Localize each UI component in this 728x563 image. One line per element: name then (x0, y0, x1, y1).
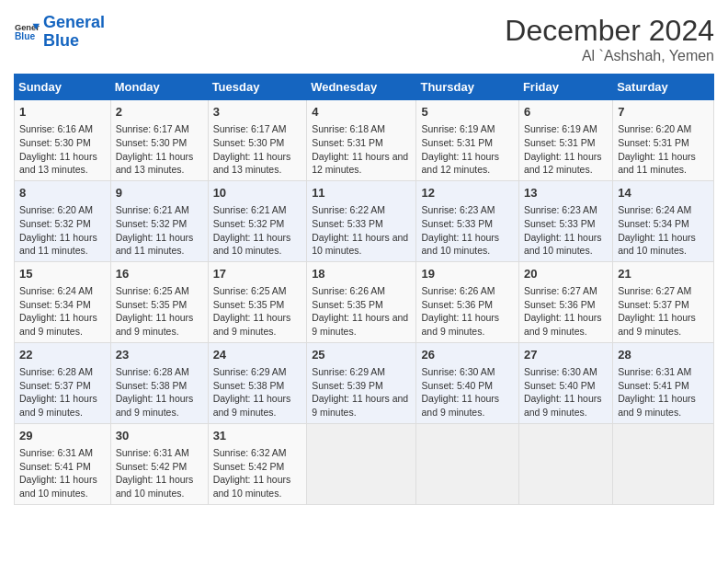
calendar-table: SundayMondayTuesdayWednesdayThursdayFrid… (14, 74, 714, 505)
daylight-text: Daylight: 11 hours and 10 minutes. (421, 232, 499, 257)
daylight-text: Daylight: 11 hours and 12 minutes. (312, 151, 408, 176)
sunset-text: Sunset: 5:32 PM (19, 218, 91, 229)
calendar-cell: 21Sunrise: 6:27 AMSunset: 5:37 PMDayligh… (613, 261, 714, 342)
sunset-text: Sunset: 5:30 PM (19, 137, 91, 148)
page-title: December 2024 (505, 14, 714, 48)
calendar-cell: 30Sunrise: 6:31 AMSunset: 5:42 PMDayligh… (110, 423, 208, 504)
sunset-text: Sunset: 5:40 PM (524, 380, 596, 391)
header-friday: Friday (518, 75, 612, 100)
day-number: 3 (213, 104, 302, 121)
daylight-text: Daylight: 11 hours and 10 minutes. (213, 474, 291, 499)
sunset-text: Sunset: 5:33 PM (524, 218, 596, 229)
week-row-1: 1Sunrise: 6:16 AMSunset: 5:30 PMDaylight… (15, 100, 714, 181)
day-number: 27 (524, 347, 608, 363)
calendar-cell: 20Sunrise: 6:27 AMSunset: 5:36 PMDayligh… (518, 261, 612, 342)
sunset-text: Sunset: 5:32 PM (116, 218, 188, 229)
sunset-text: Sunset: 5:37 PM (618, 299, 689, 310)
sunset-text: Sunset: 5:39 PM (312, 380, 383, 391)
page-header: General Blue General Blue December 2024 … (14, 14, 714, 64)
calendar-cell: 17Sunrise: 6:25 AMSunset: 5:35 PMDayligh… (208, 261, 307, 342)
sunrise-text: Sunrise: 6:27 AM (524, 285, 597, 296)
daylight-text: Daylight: 11 hours and 9 minutes. (116, 393, 194, 418)
calendar-cell: 3Sunrise: 6:17 AMSunset: 5:30 PMDaylight… (208, 100, 307, 181)
sunset-text: Sunset: 5:38 PM (116, 380, 188, 391)
daylight-text: Daylight: 11 hours and 10 minutes. (213, 232, 291, 257)
day-number: 13 (524, 185, 608, 201)
day-number: 1 (19, 104, 106, 121)
sunset-text: Sunset: 5:31 PM (618, 137, 689, 148)
daylight-text: Daylight: 11 hours and 11 minutes. (618, 151, 696, 176)
calendar-cell: 27Sunrise: 6:30 AMSunset: 5:40 PMDayligh… (518, 342, 612, 423)
day-number: 2 (116, 104, 203, 121)
sunset-text: Sunset: 5:32 PM (213, 218, 285, 229)
sunrise-text: Sunrise: 6:17 AM (116, 123, 189, 134)
day-number: 12 (421, 185, 513, 201)
sunrise-text: Sunrise: 6:21 AM (213, 204, 287, 215)
sunset-text: Sunset: 5:34 PM (19, 299, 91, 310)
sunset-text: Sunset: 5:35 PM (116, 299, 188, 310)
daylight-text: Daylight: 11 hours and 13 minutes. (116, 151, 194, 176)
calendar-cell: 8Sunrise: 6:20 AMSunset: 5:32 PMDaylight… (15, 180, 111, 261)
calendar-cell (307, 423, 416, 504)
calendar-cell: 15Sunrise: 6:24 AMSunset: 5:34 PMDayligh… (15, 261, 111, 342)
sunset-text: Sunset: 5:33 PM (312, 218, 383, 229)
sunrise-text: Sunrise: 6:27 AM (618, 285, 691, 296)
daylight-text: Daylight: 11 hours and 10 minutes. (116, 474, 194, 499)
calendar-cell: 6Sunrise: 6:19 AMSunset: 5:31 PMDaylight… (518, 100, 612, 181)
sunrise-text: Sunrise: 6:31 AM (618, 366, 691, 377)
calendar-cell: 16Sunrise: 6:25 AMSunset: 5:35 PMDayligh… (110, 261, 208, 342)
day-number: 10 (213, 185, 302, 201)
daylight-text: Daylight: 11 hours and 9 minutes. (524, 312, 602, 337)
sunset-text: Sunset: 5:35 PM (213, 299, 285, 310)
calendar-cell: 28Sunrise: 6:31 AMSunset: 5:41 PMDayligh… (613, 342, 714, 423)
sunrise-text: Sunrise: 6:19 AM (524, 123, 597, 134)
day-number: 21 (618, 266, 709, 282)
calendar-cell: 24Sunrise: 6:29 AMSunset: 5:38 PMDayligh… (208, 342, 307, 423)
day-number: 29 (19, 428, 106, 444)
calendar-cell: 11Sunrise: 6:22 AMSunset: 5:33 PMDayligh… (307, 180, 416, 261)
day-number: 31 (213, 428, 302, 444)
svg-text:Blue: Blue (15, 31, 36, 41)
sunrise-text: Sunrise: 6:25 AM (116, 285, 189, 296)
header-wednesday: Wednesday (307, 75, 416, 100)
daylight-text: Daylight: 11 hours and 12 minutes. (421, 151, 499, 176)
day-number: 14 (618, 185, 709, 201)
day-number: 30 (116, 428, 203, 444)
sunrise-text: Sunrise: 6:26 AM (312, 285, 385, 296)
page-subtitle: Al `Ashshah, Yemen (505, 48, 714, 64)
daylight-text: Daylight: 11 hours and 12 minutes. (524, 151, 602, 176)
calendar-cell: 1Sunrise: 6:16 AMSunset: 5:30 PMDaylight… (15, 100, 111, 181)
sunrise-text: Sunrise: 6:23 AM (421, 204, 495, 215)
sunrise-text: Sunrise: 6:28 AM (116, 366, 189, 377)
calendar-cell: 13Sunrise: 6:23 AMSunset: 5:33 PMDayligh… (518, 180, 612, 261)
daylight-text: Daylight: 11 hours and 9 minutes. (421, 312, 499, 337)
sunrise-text: Sunrise: 6:26 AM (421, 285, 495, 296)
sunset-text: Sunset: 5:38 PM (213, 380, 285, 391)
sunset-text: Sunset: 5:31 PM (524, 137, 596, 148)
day-number: 20 (524, 266, 608, 282)
calendar-cell: 7Sunrise: 6:20 AMSunset: 5:31 PMDaylight… (613, 100, 714, 181)
day-number: 26 (421, 347, 513, 363)
header-thursday: Thursday (416, 75, 518, 100)
sunrise-text: Sunrise: 6:30 AM (421, 366, 495, 377)
calendar-cell: 26Sunrise: 6:30 AMSunset: 5:40 PMDayligh… (416, 342, 518, 423)
week-row-4: 22Sunrise: 6:28 AMSunset: 5:37 PMDayligh… (15, 342, 714, 423)
sunrise-text: Sunrise: 6:31 AM (19, 447, 93, 458)
day-number: 17 (213, 266, 302, 282)
day-number: 15 (19, 266, 106, 282)
header-sunday: Sunday (15, 75, 111, 100)
sunset-text: Sunset: 5:40 PM (421, 380, 493, 391)
sunset-text: Sunset: 5:35 PM (312, 299, 383, 310)
sunset-text: Sunset: 5:42 PM (116, 461, 188, 472)
calendar-cell: 31Sunrise: 6:32 AMSunset: 5:42 PMDayligh… (208, 423, 307, 504)
day-number: 25 (312, 347, 411, 363)
sunrise-text: Sunrise: 6:16 AM (19, 123, 93, 134)
header-saturday: Saturday (613, 75, 714, 100)
sunset-text: Sunset: 5:41 PM (19, 461, 91, 472)
daylight-text: Daylight: 11 hours and 13 minutes. (213, 151, 291, 176)
sunrise-text: Sunrise: 6:31 AM (116, 447, 189, 458)
sunset-text: Sunset: 5:30 PM (213, 137, 285, 148)
day-number: 7 (618, 104, 709, 121)
day-number: 24 (213, 347, 302, 363)
logo-icon: General Blue (14, 19, 40, 45)
